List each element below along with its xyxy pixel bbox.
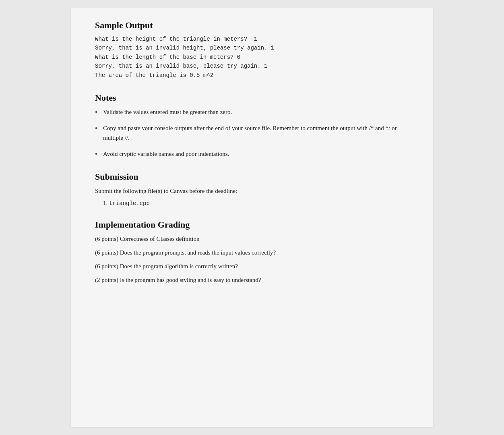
- grading-title: Implementation Grading: [95, 220, 409, 230]
- notes-title: Notes: [95, 93, 409, 103]
- grading-item: (6 points) Correctness of Classes defini…: [95, 234, 409, 244]
- sample-output-block: What is the height of the triangle in me…: [95, 35, 409, 80]
- grading-item: (2 points) Is the program has good styli…: [95, 275, 409, 285]
- submission-title: Submission: [95, 172, 409, 182]
- grading-item: (6 points) Does the program algorithm is…: [95, 261, 409, 271]
- grading-items: (6 points) Correctness of Classes defini…: [95, 234, 409, 285]
- sample-output-section: Sample Output What is the height of the …: [95, 20, 409, 80]
- notes-list-item: Copy and paste your console outputs afte…: [95, 123, 409, 143]
- submission-file-item: 1. triangle.cpp: [103, 200, 409, 207]
- submission-intro: Submit the following file(s) to Canvas b…: [95, 186, 409, 196]
- submission-files-list: 1. triangle.cpp: [95, 200, 409, 207]
- grading-item: (6 points) Does the program prompts, and…: [95, 248, 409, 257]
- notes-section: Notes Validate the values entered must b…: [95, 93, 409, 159]
- sample-output-title: Sample Output: [95, 20, 409, 31]
- notes-list-item: Avoid cryptic variable names and poor in…: [95, 149, 409, 159]
- notes-list-item: Validate the values entered must be grea…: [95, 107, 409, 117]
- page-container: Sample Output What is the height of the …: [71, 8, 433, 427]
- notes-list: Validate the values entered must be grea…: [95, 107, 409, 159]
- submission-section: Submission Submit the following file(s) …: [95, 172, 409, 207]
- grading-section: Implementation Grading (6 points) Correc…: [95, 220, 409, 285]
